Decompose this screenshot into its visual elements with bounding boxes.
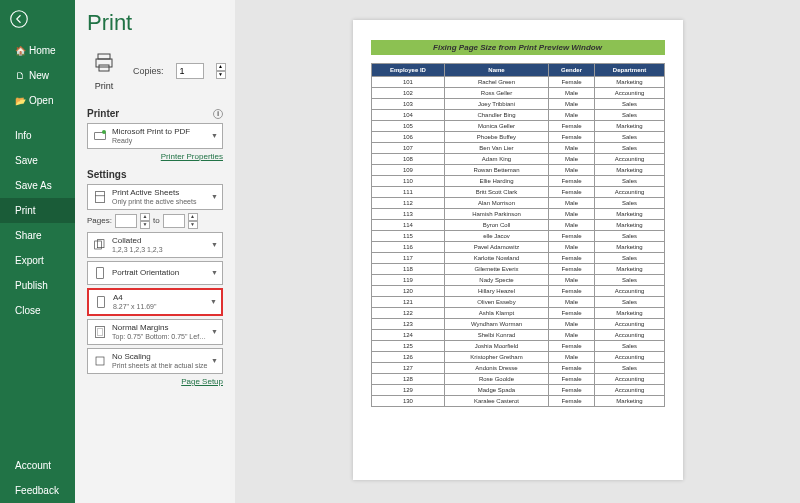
- copies-input[interactable]: [176, 63, 204, 79]
- chevron-down-icon: ▼: [211, 193, 218, 200]
- table-row: 113Hamish ParkinsonMaleMarketing: [371, 209, 664, 220]
- sidebar-item-publish[interactable]: Publish: [0, 273, 75, 298]
- printer-select[interactable]: Microsoft Print to PDFReady ▼: [87, 123, 223, 149]
- preview-page: Fixing Page Size from Print Preview Wind…: [353, 20, 683, 480]
- table-row: 108Adam KingMaleAccounting: [371, 154, 664, 165]
- preview-table: Employee IDNameGenderDepartment 101Rache…: [371, 63, 665, 407]
- table-row: 116Pavel AdamowitzMaleMarketing: [371, 242, 664, 253]
- scaling-select[interactable]: No ScalingPrint sheets at their actual s…: [87, 348, 223, 374]
- chevron-down-icon: ▼: [211, 132, 218, 139]
- scaling-icon: [92, 353, 108, 369]
- portrait-icon: [92, 265, 108, 281]
- svg-point-0: [11, 11, 28, 28]
- table-row: 109Rowan BettemanMaleMarketing: [371, 165, 664, 176]
- sidebar-item-info[interactable]: Info: [0, 123, 75, 148]
- chevron-down-icon: ▼: [211, 241, 218, 248]
- paper-size-select[interactable]: A48.27" x 11.69" ▼: [87, 288, 223, 316]
- sidebar-item-home[interactable]: 🏠Home: [0, 38, 75, 63]
- printer-section-header: Printer: [87, 108, 119, 119]
- copies-label: Copies:: [133, 66, 164, 76]
- print-preview-area: Fixing Page Size from Print Preview Wind…: [235, 0, 800, 503]
- table-row: 105Monica GellerFemaleMarketing: [371, 121, 664, 132]
- sidebar-item-new[interactable]: 🗋New: [0, 63, 75, 88]
- page-setup-link[interactable]: Page Setup: [181, 377, 223, 386]
- table-row: 106Phoebe BuffeyFemaleSales: [371, 132, 664, 143]
- collated-icon: [92, 237, 108, 253]
- table-row: 123Wyndham WormanMaleAccounting: [371, 319, 664, 330]
- svg-rect-11: [98, 297, 105, 308]
- svg-point-5: [102, 130, 106, 134]
- settings-section-header: Settings: [87, 169, 126, 180]
- chevron-down-icon: ▼: [211, 328, 218, 335]
- sidebar-item-save-as[interactable]: Save As: [0, 173, 75, 198]
- table-row: 114Byron CollMaleMarketing: [371, 220, 664, 231]
- column-header: Gender: [548, 64, 595, 77]
- column-header: Department: [595, 64, 664, 77]
- printer-status-icon: [92, 128, 108, 144]
- sidebar-item-account[interactable]: Account: [0, 453, 75, 478]
- sidebar-item-feedback[interactable]: Feedback: [0, 478, 75, 503]
- page-icon: [93, 294, 109, 310]
- svg-rect-12: [95, 327, 104, 338]
- preview-header-bar: Fixing Page Size from Print Preview Wind…: [371, 40, 665, 55]
- pages-from-input[interactable]: [115, 214, 137, 228]
- svg-rect-14: [96, 357, 104, 365]
- info-icon[interactable]: i: [213, 109, 223, 119]
- column-header: Employee ID: [371, 64, 445, 77]
- table-row: 104Chandler BingMaleSales: [371, 110, 664, 121]
- margins-select[interactable]: Normal MarginsTop: 0.75" Bottom: 0.75" L…: [87, 319, 223, 345]
- table-row: 107Ben Van LierMaleSales: [371, 143, 664, 154]
- table-row: 103Joey TribbianiMaleSales: [371, 99, 664, 110]
- sidebar: 🏠Home🗋New📂Open InfoSaveSave AsPrintShare…: [0, 0, 75, 503]
- printer-icon: [92, 51, 116, 75]
- chevron-down-icon: ▼: [211, 357, 218, 364]
- table-row: 120Hillary HeazelFemaleAccounting: [371, 286, 664, 297]
- sidebar-item-close[interactable]: Close: [0, 298, 75, 323]
- table-row: 122Ashla KlamptFemaleMarketing: [371, 308, 664, 319]
- table-row: 125Joshia MoorfieldFemaleSales: [371, 341, 664, 352]
- back-button[interactable]: [0, 0, 75, 38]
- copies-spinner[interactable]: ▲▼: [216, 63, 226, 79]
- sheets-icon: [92, 189, 108, 205]
- svg-rect-13: [97, 329, 102, 336]
- table-row: 130Karalee CasterotFemaleMarketing: [371, 396, 664, 407]
- svg-rect-3: [99, 65, 109, 71]
- page-title: Print: [87, 10, 223, 36]
- sidebar-item-open[interactable]: 📂Open: [0, 88, 75, 113]
- table-row: 117Karlotte NowlandFemaleSales: [371, 253, 664, 264]
- sidebar-item-print[interactable]: Print: [0, 198, 75, 223]
- svg-rect-10: [97, 268, 104, 279]
- chevron-down-icon: ▼: [211, 269, 218, 276]
- collation-select[interactable]: Collated1,2,3 1,2,3 1,2,3 ▼: [87, 232, 223, 258]
- table-row: 111Britt Scott ClarkFemaleAccounting: [371, 187, 664, 198]
- table-row: 119Nady SpecteMaleSales: [371, 275, 664, 286]
- table-row: 127Andonis DresseFemaleSales: [371, 363, 664, 374]
- printer-properties-link[interactable]: Printer Properties: [161, 152, 223, 161]
- table-row: 129Madge SpadaFemaleAccounting: [371, 385, 664, 396]
- table-row: 128Rose GooldeFemaleAccounting: [371, 374, 664, 385]
- column-header: Name: [445, 64, 548, 77]
- print-what-select[interactable]: Print Active SheetsOnly print the active…: [87, 184, 223, 210]
- table-row: 126Kristopher GrethamMaleAccounting: [371, 352, 664, 363]
- table-row: 102Ross GellerMaleAccounting: [371, 88, 664, 99]
- sidebar-item-save[interactable]: Save: [0, 148, 75, 173]
- print-settings-panel: Print Print Copies: ▲▼ Printer i Microso…: [75, 0, 235, 503]
- print-button[interactable]: Print: [87, 46, 121, 96]
- orientation-select[interactable]: Portrait Orientation ▼: [87, 261, 223, 285]
- table-row: 124Shelbi KonradMaleAccounting: [371, 330, 664, 341]
- sidebar-item-export[interactable]: Export: [0, 248, 75, 273]
- pages-row: Pages: ▲▼ to ▲▼: [87, 213, 223, 229]
- svg-rect-1: [98, 54, 110, 59]
- chevron-down-icon: ▼: [210, 298, 217, 305]
- margins-icon: [92, 324, 108, 340]
- svg-rect-2: [96, 59, 112, 67]
- svg-rect-6: [95, 192, 104, 203]
- table-row: 118Gilemette EverixFemaleMarketing: [371, 264, 664, 275]
- sidebar-item-share[interactable]: Share: [0, 223, 75, 248]
- table-row: 115elle JacovFemaleSales: [371, 231, 664, 242]
- table-row: 101Rachel GreenFemaleMarketing: [371, 77, 664, 88]
- pages-to-input[interactable]: [163, 214, 185, 228]
- table-row: 110Ellie HardingFemaleSales: [371, 176, 664, 187]
- back-arrow-icon: [10, 10, 28, 28]
- table-row: 112Alan MorrisonMaleSales: [371, 198, 664, 209]
